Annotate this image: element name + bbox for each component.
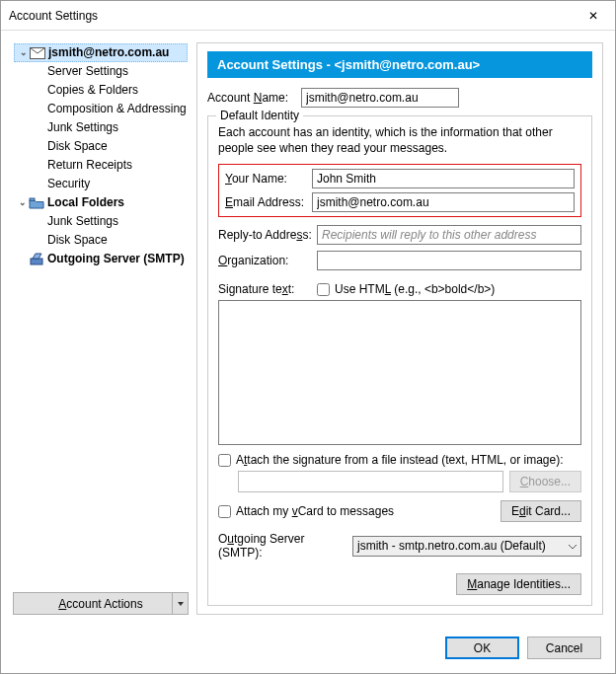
sig-file-row: Choose... [218,471,581,492]
sidebar: ⌄ jsmith@netro.com.au Server Settings Co… [13,42,189,615]
reply-to-input[interactable] [317,225,581,245]
org-label: Organization: [218,254,317,267]
vcard-input[interactable] [218,505,231,518]
attach-sig-checkbox[interactable]: Attach the signature from a file instead… [218,453,581,467]
tree-server-settings[interactable]: Server Settings [14,62,188,81]
mail-icon [30,45,45,61]
tree-local-folders-label: Local Folders [47,193,124,212]
sig-file-input [238,471,503,492]
vcard-row: Attach my vCard to messages Edit Card... [218,500,581,522]
folder-icon [29,195,44,211]
org-input[interactable] [317,251,581,270]
signature-textarea[interactable] [218,300,581,445]
signature-row: Signature text: Use HTML (e.g., <b>bold<… [218,282,581,296]
your-name-input[interactable] [312,169,575,188]
org-row: Organization: [218,251,581,270]
tree-copies-folders[interactable]: Copies & Folders [14,81,188,100]
tree-smtp[interactable]: Outgoing Server (SMTP) [14,250,188,268]
close-icon: ✕ [588,9,598,23]
dialog-buttons: OK Cancel [1,627,615,673]
highlight-box: Your Name: Email Address: [218,164,581,217]
account-actions-button[interactable]: Account Actions [13,592,189,615]
twisty-open-icon[interactable]: ⌄ [18,193,28,212]
pane-header: Account Settings - <jsmith@netro.com.au> [207,51,592,78]
default-identity-group: Default Identity Each account has an ide… [207,115,592,606]
smtp-value: jsmith - smtp.netro.com.au (Default) [357,539,546,553]
account-actions-label: Account Actions [58,597,142,611]
server-icon [29,252,44,267]
email-label: Email Address: [225,195,312,209]
cancel-button[interactable]: Cancel [527,637,601,659]
main-pane: Account Settings - <jsmith@netro.com.au>… [196,42,603,615]
tree-return-receipts[interactable]: Return Receipts [14,156,188,175]
vcard-checkbox[interactable]: Attach my vCard to messages [218,504,500,518]
twisty-open-icon[interactable]: ⌄ [19,43,29,62]
attach-sig-label: Attach the signature from a file instead… [236,453,564,467]
tree-disk-space[interactable]: Disk Space [14,137,188,156]
smtp-select[interactable]: jsmith - smtp.netro.com.au (Default) [352,536,581,557]
email-row: Email Address: [225,192,575,212]
account-tree[interactable]: ⌄ jsmith@netro.com.au Server Settings Co… [13,42,189,586]
close-button[interactable]: ✕ [571,1,615,31]
tree-lf-junk[interactable]: Junk Settings [14,212,188,231]
tree-lf-disk[interactable]: Disk Space [14,231,188,250]
your-name-label: Your Name: [225,172,312,186]
tree-composition[interactable]: Composition & Addressing [14,100,188,118]
edit-card-button[interactable]: Edit Card... [500,500,581,522]
titlebar: Account Settings ✕ [1,1,615,31]
attach-sig-input[interactable] [218,454,231,467]
chevron-down-icon [569,539,577,553]
tree-security[interactable]: Security [14,175,188,193]
account-name-input[interactable] [301,88,459,108]
use-html-input[interactable] [317,283,330,296]
your-name-row: Your Name: [225,169,575,188]
identity-legend: Default Identity [216,109,303,122]
reply-to-label: Reply-to Address: [218,228,317,242]
window-title: Account Settings [9,9,571,23]
tree-account-label: jsmith@netro.com.au [48,43,169,62]
account-name-row: Account Name: [207,88,592,108]
use-html-label: Use HTML (e.g., <b>bold</b>) [335,282,495,296]
svg-rect-1 [30,198,35,200]
tree-local-folders[interactable]: ⌄ Local Folders [14,193,188,212]
smtp-label: Outgoing Server (SMTP): [218,532,346,560]
tree-junk[interactable]: Junk Settings [14,118,188,137]
use-html-checkbox[interactable]: Use HTML (e.g., <b>bold</b>) [317,282,495,296]
manage-identities-button[interactable]: Manage Identities... [456,573,581,595]
ok-button[interactable]: OK [445,637,519,659]
choose-button: Choose... [509,471,581,492]
tree-smtp-label: Outgoing Server (SMTP) [47,250,185,268]
tree-account[interactable]: ⌄ jsmith@netro.com.au [14,43,188,62]
reply-to-row: Reply-to Address: [218,225,581,245]
email-input[interactable] [312,192,575,212]
account-name-label: Account Name: [207,91,301,105]
svg-rect-2 [31,259,42,264]
identity-desc: Each account has an identity, which is t… [218,124,581,156]
manage-row: Manage Identities... [218,573,581,595]
signature-label: Signature text: [218,282,317,296]
dropdown-arrow-icon [172,593,188,614]
smtp-row: Outgoing Server (SMTP): jsmith - smtp.ne… [218,532,581,560]
account-settings-window: Account Settings ✕ ⌄ jsmith@netro.com.au… [0,0,616,674]
vcard-label: Attach my vCard to messages [236,504,394,518]
